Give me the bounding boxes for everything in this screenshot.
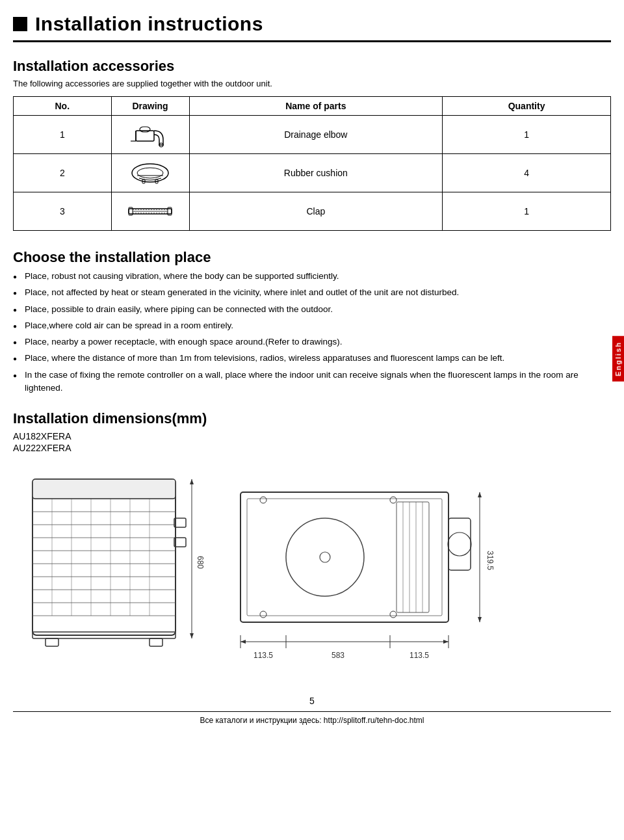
ac-unit-top-diagram: 113.5 583 113.5 319.5 xyxy=(228,466,500,676)
dim-middle-label: 583 xyxy=(332,651,344,660)
model-2: AU222XFERA xyxy=(13,443,611,453)
list-item: Place, not affected by heat or steam gen… xyxy=(13,286,611,299)
clap-svg xyxy=(127,205,173,218)
svg-point-6 xyxy=(137,168,163,178)
list-item: Place, possible to drain easily, where p… xyxy=(13,303,611,316)
list-item: Place, where the distance of more than 1… xyxy=(13,352,611,365)
diagram-area: 680 xyxy=(13,466,611,676)
col-header-name: Name of parts xyxy=(189,97,443,116)
row1-no: 1 xyxy=(14,116,112,154)
row1-name: Drainage elbow xyxy=(189,116,443,154)
rubber-cushion-icon xyxy=(120,158,181,188)
svg-point-45 xyxy=(320,552,330,562)
row3-no: 3 xyxy=(14,192,112,231)
svg-marker-55 xyxy=(443,640,448,644)
clap-icon xyxy=(120,196,181,226)
accessories-heading: Installation accessories xyxy=(13,58,611,75)
row2-name: Rubber cushion xyxy=(189,154,443,192)
svg-marker-61 xyxy=(478,492,482,497)
row3-qty: 1 xyxy=(443,192,611,231)
svg-rect-36 xyxy=(150,638,162,646)
svg-marker-41 xyxy=(190,633,194,638)
row1-qty: 1 xyxy=(443,116,611,154)
row3-name: Clap xyxy=(189,192,443,231)
rubber-cushion-svg xyxy=(129,160,171,186)
drainage-elbow-icon xyxy=(120,120,181,150)
page-footer: Все каталоги и инструкции здесь: http://… xyxy=(13,711,611,729)
model-1: AU182XFERA xyxy=(13,431,611,441)
svg-point-65 xyxy=(260,611,266,618)
table-row: 3 xyxy=(14,192,611,231)
dim-right-label: 113.5 xyxy=(410,651,429,660)
table-row: 1 xyxy=(14,116,611,154)
row2-drawing xyxy=(111,154,189,192)
choose-heading: Choose the installation place xyxy=(13,249,611,266)
height-dim-label: 680 xyxy=(196,556,205,569)
svg-rect-43 xyxy=(247,499,442,616)
drainage-elbow-svg xyxy=(131,120,170,149)
ac-top-svg: 113.5 583 113.5 319.5 xyxy=(228,466,500,674)
svg-rect-16 xyxy=(32,479,176,635)
row2-no: 2 xyxy=(14,154,112,192)
svg-point-66 xyxy=(390,611,396,618)
list-item: In the case of fixing the remote control… xyxy=(13,369,611,395)
table-row: 2 xyxy=(14,154,611,192)
installation-accessories-section: Installation accessories The following a… xyxy=(13,58,611,231)
ac-unit-front-diagram: 680 xyxy=(13,466,208,676)
row3-drawing xyxy=(111,192,189,231)
svg-rect-35 xyxy=(46,638,58,646)
col-header-drawing: Drawing xyxy=(111,97,189,116)
svg-rect-46 xyxy=(396,502,429,612)
svg-rect-33 xyxy=(32,479,176,499)
list-item: Place, nearby a power receptacle, with e… xyxy=(13,335,611,348)
list-item: Place, robust not causing vibration, whe… xyxy=(13,270,611,283)
svg-marker-54 xyxy=(240,640,246,644)
svg-point-52 xyxy=(448,532,471,556)
title-square-icon xyxy=(13,17,27,31)
svg-rect-51 xyxy=(448,518,471,570)
installation-place-section: Choose the installation place Place, rob… xyxy=(13,249,611,395)
svg-point-44 xyxy=(286,518,364,596)
bullet-list: Place, robust not causing vibration, whe… xyxy=(13,270,611,395)
row2-qty: 4 xyxy=(443,154,611,192)
language-sidebar: English xyxy=(612,336,624,382)
dimensions-heading: Installation dimensions(mm) xyxy=(13,410,611,427)
svg-rect-4 xyxy=(140,127,150,132)
svg-marker-62 xyxy=(478,617,482,622)
row1-drawing xyxy=(111,116,189,154)
depth-dim-label: 319.5 xyxy=(486,551,495,570)
page-title: Installation instructions xyxy=(35,13,263,35)
footer-text: Все каталоги и инструкции здесь: http://… xyxy=(200,716,424,725)
list-item: Place,where cold air can be spread in a … xyxy=(13,319,611,332)
dim-left-label: 113.5 xyxy=(254,651,273,660)
ac-front-svg: 680 xyxy=(13,466,208,674)
svg-marker-40 xyxy=(190,479,194,484)
dimensions-section: Installation dimensions(mm) AU182XFERA A… xyxy=(13,410,611,453)
page-number: 5 xyxy=(13,696,611,706)
svg-point-64 xyxy=(390,497,396,503)
parts-table: No. Drawing Name of parts Quantity 1 xyxy=(13,96,611,231)
col-header-no: No. xyxy=(14,97,112,116)
col-header-qty: Quantity xyxy=(443,97,611,116)
page-title-section: Installation instructions xyxy=(13,13,611,42)
svg-point-63 xyxy=(260,497,266,503)
svg-rect-42 xyxy=(240,492,448,622)
accessories-subtext: The following accessories are supplied t… xyxy=(13,79,611,88)
